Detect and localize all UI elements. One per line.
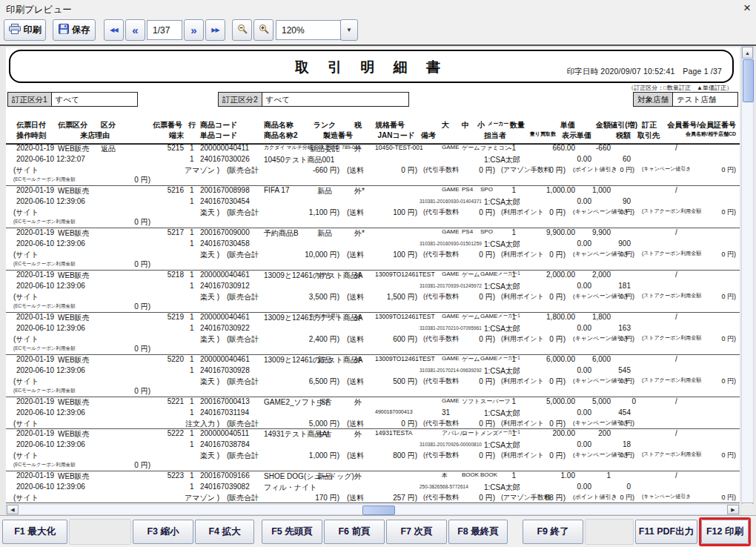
f9-exit-button[interactable]: F9 終了 <box>523 520 583 544</box>
prev-page-button[interactable]: « <box>125 19 145 41</box>
f8-last-page-button[interactable]: F8 最終頁 <box>448 520 508 544</box>
table-cell: (代引手数料 <box>423 377 459 386</box>
table-cell: 1:CSA太郎 <box>484 282 520 292</box>
table-cell: (ECモールクーポン利用金額 <box>13 462 75 468</box>
page-indicator-field[interactable]: 1/37 <box>147 20 182 40</box>
transaction-group: 2020-01-19WEB販売52171200167009000予約商品B新品外… <box>6 228 740 270</box>
table-cell: 31 <box>442 408 450 417</box>
scroll-left-arrow-icon[interactable]: ◀ <box>7 505 19 514</box>
table-cell: (販売合計 <box>227 165 259 176</box>
table-cell: 100 円) <box>393 208 417 218</box>
column-header: JANコード <box>378 130 415 141</box>
table-cell: 13009TO12461TEST <box>375 355 435 362</box>
column-header: 単品コード <box>200 130 237 141</box>
table-cell: 0 円) <box>479 250 495 260</box>
table-cell: フィル・ナイト <box>264 483 316 493</box>
table-cell: 0 円) <box>401 165 417 176</box>
table-cell: 90 <box>623 197 631 205</box>
last-page-icon: ▶▶ <box>211 27 219 33</box>
zoom-level-field[interactable]: 120% <box>276 20 341 40</box>
table-cell: 10,000 円) <box>305 250 339 260</box>
horizontal-scrollbar-thumb[interactable] <box>362 505 395 515</box>
close-icon[interactable]: × <box>743 1 751 16</box>
scroll-right-arrow-icon[interactable]: ▶ <box>727 505 739 514</box>
column-header: 伝票区分 <box>58 120 87 130</box>
table-cell: (ストアクーポン利用金額 <box>642 334 701 342</box>
column-header: 大 <box>442 120 449 130</box>
f7-next-page-button[interactable]: F7 次頁 <box>386 520 447 544</box>
f3-zoom-out-button[interactable]: F3 縮小 <box>133 520 193 544</box>
table-cell: (ECモールクーポン利用金額 <box>13 219 75 225</box>
table-cell: 1,800 <box>592 313 611 321</box>
column-header: 税額 <box>616 130 631 141</box>
horizontal-scrollbar[interactable]: ◀ ▶ <box>6 504 740 515</box>
column-header: 製造番号 <box>323 130 353 141</box>
table-cell: GAME <box>442 228 460 235</box>
column-header: 担当者 <box>484 130 506 141</box>
table-cell: GAME <box>480 313 498 319</box>
table-cell: 2020-01-19 <box>16 471 54 480</box>
table-cell: (利用ポイント <box>501 250 544 259</box>
table-cell: 1 <box>511 429 516 437</box>
table-cell: 2020-06-10 12:39:06 <box>16 324 85 332</box>
table-cell: 0 円) <box>721 208 736 217</box>
table-cell: 1 <box>190 429 194 437</box>
table-cell: 外* <box>354 228 365 239</box>
table-cell: ゲーム <box>462 271 480 279</box>
save-button[interactable]: 保存 <box>53 19 96 41</box>
table-cell: 0.00 <box>577 155 591 163</box>
f5-first-page-button[interactable]: F5 先頭頁 <box>262 520 322 544</box>
table-cell: 200167009000 <box>200 228 250 236</box>
vertical-scrollbar-thumb[interactable] <box>743 59 754 102</box>
next-page-button[interactable]: » <box>184 19 204 41</box>
table-cell: / <box>675 313 677 321</box>
table-cell: 200167009166 <box>200 471 250 480</box>
table-cell: 0 円) <box>479 419 495 429</box>
table-cell: (サイト <box>13 377 39 387</box>
table-cell: 200 <box>598 429 611 437</box>
table-cell: 500 円) <box>393 377 417 387</box>
table-cell: 5220 <box>168 355 184 363</box>
table-cell: (ストアクーポン利用金額 <box>642 292 701 299</box>
print-button[interactable]: 印刷 <box>4 19 46 41</box>
table-cell: WEB販売 <box>58 144 90 154</box>
table-cell: メンズ <box>480 429 499 437</box>
last-page-button[interactable]: ▶▶ <box>205 19 225 41</box>
table-cell: 310381-20160930-01501259 <box>420 241 482 246</box>
table-cell: 0 円) <box>401 419 417 429</box>
table-cell: 2020-06-10 12:39:06 <box>16 408 85 417</box>
table-cell: GAME <box>442 313 460 319</box>
f11-pdf-output-button[interactable]: F11 PDF出力 <box>635 520 697 544</box>
table-cell: (送料 <box>347 165 364 176</box>
table-cell: 2020-06-10 12:39:06 <box>16 366 85 374</box>
f12-print-button[interactable]: F12 印刷 <box>701 520 749 544</box>
first-page-button[interactable]: ◀◀ <box>104 19 124 41</box>
table-cell: 2020-06-10 12:39:06 <box>16 282 85 290</box>
scroll-up-arrow-icon[interactable]: ▲ <box>742 47 753 59</box>
table-cell: 0 円) <box>479 451 495 461</box>
table-cell: (ストアクーポン利用金額 <box>642 451 701 458</box>
filter-value: テスト店舗 <box>673 93 716 106</box>
table-cell: 0 円) <box>549 419 566 429</box>
table-cell: 5218 <box>168 271 184 279</box>
table-cell: 2020-06-10 12:39:06 <box>16 197 85 205</box>
zoom-out-button[interactable] <box>232 19 252 41</box>
zoom-in-button[interactable] <box>253 19 273 41</box>
toolbar: 印刷 保存 ◀◀ « 1/37 » ▶▶ 120% ▼ <box>0 16 756 45</box>
table-cell: 楽天 ) <box>200 451 219 461</box>
column-header: 単価 <box>560 120 575 130</box>
table-cell: 240167030928 <box>200 366 250 374</box>
table-cell: 2020-01-19 <box>16 144 54 152</box>
table-cell: 9,900.00 <box>546 228 575 236</box>
zoom-dropdown-button[interactable]: ▼ <box>340 19 358 41</box>
f6-prev-page-button[interactable]: F6 前頁 <box>324 520 385 544</box>
column-header: 量り買取数 <box>530 130 556 138</box>
f1-maximize-button[interactable]: F1 最大化 <box>2 520 67 544</box>
table-cell: (送料 <box>347 250 364 260</box>
table-cell: 14931TESTA <box>375 429 412 437</box>
f4-zoom-in-button[interactable]: F4 拡大 <box>195 520 254 544</box>
table-cell: 5217 <box>168 228 184 236</box>
vertical-scrollbar[interactable]: ▲ ▼ <box>741 46 754 515</box>
first-page-icon: ◀◀ <box>110 27 117 33</box>
report-page: 取 引 明 細 書 印字日時 2020/09/07 10:52:41 Page … <box>6 47 740 505</box>
